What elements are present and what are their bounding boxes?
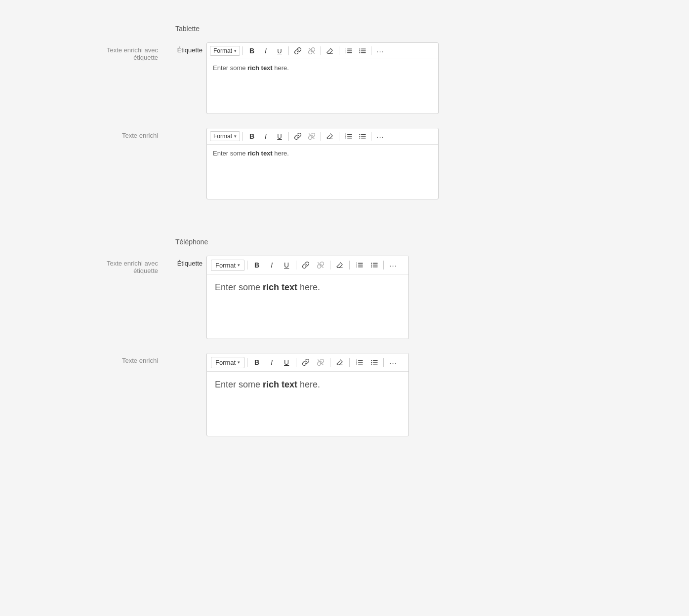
- divider-1: [243, 46, 243, 55]
- svg-point-23: [359, 134, 360, 135]
- divider-p6: [247, 358, 247, 367]
- link-icon-phone-1: [302, 262, 309, 269]
- editor-content[interactable]: Enter some rich text here.: [207, 59, 438, 114]
- more-button[interactable]: ···: [374, 45, 387, 57]
- unordered-list-button-2[interactable]: [356, 130, 368, 142]
- rich-text-editor-tablet-2: Format ▾ B I U: [206, 128, 439, 199]
- divider-4: [339, 46, 339, 55]
- placeholder-text-2: Enter some: [213, 150, 247, 157]
- unlink-icon-2: [308, 133, 315, 140]
- placeholder-suffix-phone-2: here.: [297, 380, 320, 389]
- link-button[interactable]: [291, 45, 304, 57]
- format-select-phone-1[interactable]: Format ▾: [211, 260, 244, 271]
- eraser-icon-phone-2: [336, 359, 343, 366]
- chevron-down-icon-phone-1: ▾: [238, 263, 240, 268]
- chevron-down-icon: ▾: [234, 48, 237, 53]
- field-label-sub-3: étiquette: [133, 267, 158, 274]
- divider-10: [371, 132, 371, 141]
- unlink-button[interactable]: [305, 45, 318, 57]
- svg-point-25: [359, 138, 360, 139]
- divider-p3: [330, 261, 330, 270]
- eraser-button-2[interactable]: [324, 130, 336, 142]
- ordered-list-icon-2: 1 2 3: [345, 133, 352, 140]
- eraser-button-phone-1[interactable]: [333, 259, 347, 271]
- placeholder-suffix-phone-1: here.: [297, 282, 320, 292]
- divider-9: [339, 132, 339, 141]
- field-label-group-4: Texte enrichi: [49, 353, 158, 364]
- divider-p5: [383, 261, 384, 270]
- field-label-main-4: Texte enrichi: [122, 357, 158, 364]
- underline-button-phone-2[interactable]: U: [280, 356, 293, 369]
- ordered-list-button-2[interactable]: 1 2 3: [342, 130, 355, 142]
- svg-point-24: [359, 136, 360, 137]
- field-tag-3: Étiquette: [163, 256, 203, 267]
- bold-button[interactable]: B: [245, 45, 258, 57]
- field-label-main-3: Texte enrichi avec: [107, 260, 158, 267]
- editor-content-2[interactable]: Enter some rich text here.: [207, 145, 438, 199]
- link-icon-phone-2: [302, 359, 309, 366]
- unlink-button-2[interactable]: [305, 130, 318, 142]
- svg-text:3: 3: [345, 137, 346, 139]
- field-row-texte-enrichi-phone: Texte enrichi Format ▾ B I U: [0, 348, 689, 441]
- unlink-button-phone-2[interactable]: [314, 356, 327, 369]
- bold-button-2[interactable]: B: [245, 130, 258, 142]
- more-button-2[interactable]: ···: [374, 130, 387, 142]
- rich-text-editor-tablet-1: Format ▾ B I U: [206, 42, 439, 114]
- field-label-main-2: Texte enrichi: [122, 132, 158, 139]
- svg-text:3: 3: [345, 52, 346, 54]
- bold-placeholder-phone-1: rich text: [263, 282, 297, 292]
- svg-point-49: [371, 360, 372, 361]
- unlink-button-phone-1[interactable]: [314, 259, 327, 271]
- underline-button-phone-1[interactable]: U: [280, 259, 293, 271]
- format-label-phone-1: Format: [215, 262, 236, 269]
- italic-button-2[interactable]: I: [259, 130, 272, 142]
- editor-toolbar: Format ▾ B I U: [207, 43, 438, 59]
- link-button-phone-1[interactable]: [299, 259, 313, 271]
- italic-button-phone-2[interactable]: I: [265, 356, 279, 369]
- italic-button[interactable]: I: [259, 45, 272, 57]
- bold-button-phone-2[interactable]: B: [250, 356, 264, 369]
- spacer-1: [0, 208, 689, 228]
- ordered-list-button[interactable]: 1 2 3: [342, 45, 355, 57]
- field-row-texte-enrichi-tablet: Texte enrichi Format ▾ B I U: [0, 123, 689, 204]
- svg-point-37: [371, 265, 372, 266]
- divider-p1: [247, 261, 247, 270]
- eraser-button[interactable]: [324, 45, 336, 57]
- field-label-sub: étiquette: [133, 54, 158, 61]
- unordered-list-button-phone-1[interactable]: [367, 259, 381, 271]
- svg-text:3: 3: [356, 266, 357, 268]
- field-label-group: Texte enrichi avec étiquette: [49, 42, 158, 61]
- format-select-2[interactable]: Format ▾: [210, 131, 240, 141]
- unordered-list-button-phone-2[interactable]: [367, 356, 381, 369]
- format-select[interactable]: Format ▾: [210, 46, 240, 56]
- editor-content-phone-1[interactable]: Enter some rich text here.: [207, 274, 408, 339]
- field-row-texte-enrichi-etiquette-phone: Texte enrichi avec étiquette Étiquette F…: [0, 251, 689, 344]
- editor-toolbar-phone-2: Format ▾ B I U: [207, 353, 408, 372]
- unlink-icon-phone-1: [317, 262, 324, 269]
- format-select-phone-2[interactable]: Format ▾: [211, 357, 244, 368]
- bold-placeholder-2: rich text: [247, 150, 273, 157]
- link-button-2[interactable]: [291, 130, 304, 142]
- link-button-phone-2[interactable]: [299, 356, 313, 369]
- ordered-list-button-phone-1[interactable]: 1 2 3: [352, 259, 366, 271]
- link-icon: [294, 47, 301, 54]
- bold-button-phone-1[interactable]: B: [250, 259, 264, 271]
- more-button-phone-1[interactable]: ···: [386, 259, 400, 271]
- eraser-button-phone-2[interactable]: [333, 356, 347, 369]
- editor-content-phone-2[interactable]: Enter some rich text here.: [207, 372, 408, 436]
- bold-placeholder: rich text: [247, 64, 273, 72]
- format-label: Format: [213, 47, 232, 54]
- chevron-down-icon-phone-2: ▾: [238, 360, 240, 365]
- svg-point-36: [371, 263, 372, 264]
- svg-point-10: [359, 48, 360, 49]
- editor-toolbar-2: Format ▾ B I U: [207, 128, 438, 145]
- more-button-phone-2[interactable]: ···: [386, 356, 400, 369]
- underline-button-2[interactable]: U: [273, 130, 286, 142]
- divider-p2: [296, 261, 296, 270]
- placeholder-suffix: here.: [273, 64, 289, 72]
- ordered-list-button-phone-2[interactable]: 1 2 3: [352, 356, 366, 369]
- chevron-down-icon-2: ▾: [234, 134, 237, 139]
- italic-button-phone-1[interactable]: I: [265, 259, 279, 271]
- unordered-list-button[interactable]: [356, 45, 368, 57]
- underline-button[interactable]: U: [273, 45, 286, 57]
